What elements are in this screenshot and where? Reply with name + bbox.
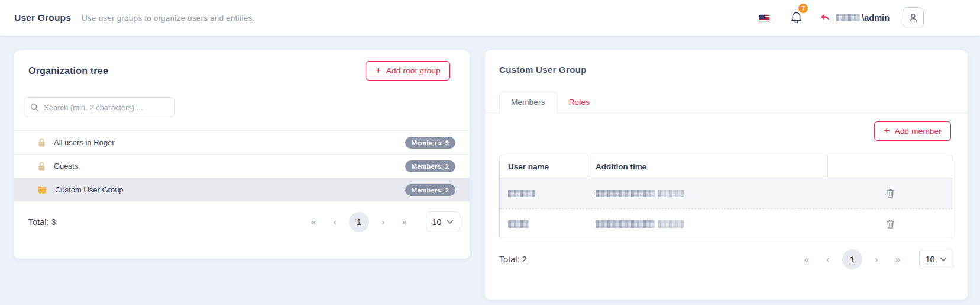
table-row [500, 208, 953, 239]
first-page-button[interactable]: « [800, 254, 814, 264]
person-icon [908, 12, 918, 23]
trash-icon [886, 219, 895, 229]
group-row-custom-user-group[interactable]: Custom User Group Members: 2 [14, 178, 470, 201]
members-table-header: User name Addition time [500, 155, 953, 178]
lock-icon [37, 138, 46, 147]
addition-time-cell [587, 220, 828, 228]
last-page-button[interactable]: » [397, 217, 412, 227]
group-row-guests[interactable]: Guests Members: 2 [14, 154, 470, 178]
plus-icon: + [375, 65, 381, 76]
add-member-button[interactable]: + Add member [874, 121, 951, 141]
censored-account-name [836, 14, 860, 21]
column-header-addition-time: Addition time [587, 155, 828, 178]
prev-page-button[interactable]: ‹ [328, 217, 342, 227]
us-flag-icon[interactable] [759, 14, 770, 22]
chevron-down-icon [940, 257, 947, 262]
members-count-badge: Members: 2 [405, 160, 455, 172]
lock-icon [37, 162, 46, 171]
current-page-indicator[interactable]: 1 [349, 212, 369, 232]
next-page-button[interactable]: › [869, 254, 884, 264]
add-root-group-label: Add root group [386, 66, 441, 75]
add-member-toolbar: + Add member [485, 113, 968, 141]
page-size-select[interactable]: 10 [426, 211, 460, 232]
column-header-user-name: User name [500, 155, 587, 178]
group-search-box[interactable] [24, 97, 175, 117]
account-label: \admin [862, 13, 890, 23]
notification-count-badge[interactable]: 7 [797, 2, 809, 14]
table-row [500, 178, 953, 208]
search-icon [30, 103, 39, 112]
detail-tabs: Members Roles [485, 92, 968, 113]
column-header-actions [828, 155, 953, 178]
group-list: All users in Roger Members: 9 Guests Mem… [14, 130, 470, 201]
group-name: Guests [54, 162, 78, 171]
notifications-button[interactable]: 7 [790, 11, 803, 25]
reply-arrow-icon [820, 13, 830, 23]
top-header: User Groups Use user groups to organize … [0, 0, 980, 36]
page-size-select[interactable]: 10 [919, 249, 953, 269]
organization-tree-panel: Organization tree + Add root group All u… [14, 50, 470, 259]
first-page-button[interactable]: « [306, 217, 321, 227]
org-pagination: « ‹ 1 › » 10 [306, 211, 460, 232]
row-actions-cell [828, 217, 953, 232]
members-table: User name Addition time [499, 155, 953, 239]
members-pagination: « ‹ 1 › » 10 [800, 249, 953, 269]
addition-time-cell [587, 190, 828, 197]
org-panel-header: Organization tree + Add root group [14, 50, 470, 81]
trash-icon [886, 188, 895, 198]
profile-button[interactable] [903, 7, 924, 28]
org-panel-title: Organization tree [28, 66, 108, 76]
chevron-down-icon [447, 220, 454, 224]
detail-panel-title: Custom User Group [485, 50, 968, 75]
delete-member-button[interactable] [884, 217, 897, 232]
user-name-cell [500, 220, 587, 228]
user-name-cell [500, 190, 587, 197]
group-name: All users in Roger [54, 138, 115, 147]
censored-addition-time [658, 190, 684, 197]
group-search-input[interactable] [44, 103, 169, 112]
flag-canton [759, 15, 765, 19]
page-size-value: 10 [432, 217, 442, 227]
page-size-value: 10 [926, 255, 935, 264]
org-total-label: Total: 3 [28, 217, 56, 227]
add-member-label: Add member [895, 127, 942, 136]
last-page-button[interactable]: » [891, 254, 905, 264]
group-name: Custom User Group [55, 185, 124, 194]
censored-user-name [508, 220, 529, 228]
folder-open-icon [37, 185, 47, 194]
org-panel-footer: Total: 3 « ‹ 1 › » 10 [14, 211, 470, 232]
delete-member-button[interactable] [884, 186, 897, 201]
account-area[interactable]: \admin [820, 13, 890, 23]
members-count-badge: Members: 9 [405, 137, 455, 149]
page-subtitle: Use user groups to organize users and en… [82, 14, 254, 23]
group-row-all-users[interactable]: All users in Roger Members: 9 [14, 130, 470, 154]
custom-user-group-panel: Custom User Group Members Roles + Add me… [485, 50, 968, 300]
current-page-indicator[interactable]: 1 [842, 249, 862, 269]
prev-page-button[interactable]: ‹ [821, 254, 835, 264]
next-page-button[interactable]: › [376, 217, 390, 227]
members-count-badge: Members: 2 [405, 184, 455, 196]
tab-members[interactable]: Members [499, 92, 557, 113]
detail-panel-footer: Total: 2 « ‹ 1 › » 10 [485, 249, 968, 269]
censored-user-name [508, 190, 535, 197]
censored-addition-time [596, 220, 655, 228]
censored-addition-time [596, 190, 655, 197]
tab-roles[interactable]: Roles [557, 92, 602, 113]
members-total-label: Total: 2 [499, 255, 527, 264]
add-root-group-button[interactable]: + Add root group [366, 61, 450, 81]
row-actions-cell [828, 186, 953, 201]
page-title: User Groups [14, 12, 71, 23]
censored-addition-time [658, 220, 684, 228]
plus-icon: + [884, 126, 890, 136]
